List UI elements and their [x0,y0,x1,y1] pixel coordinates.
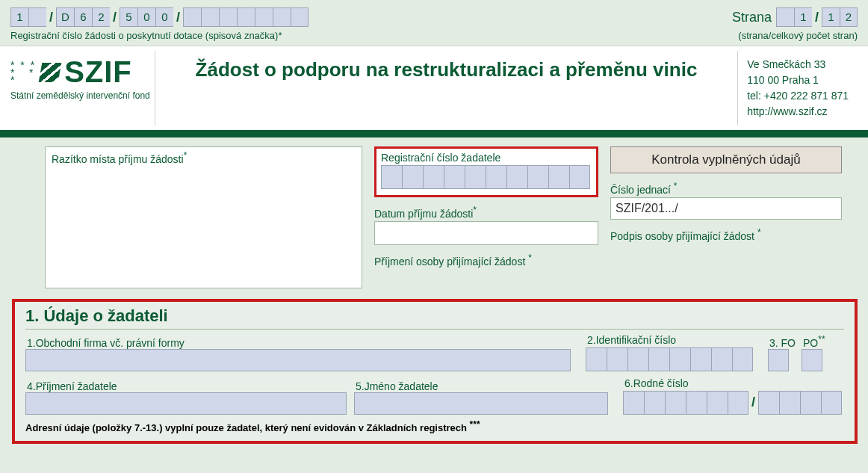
reg-cell[interactable]: D [56,7,74,27]
reg-cell[interactable]: 5 [120,7,137,27]
section-title: 1. Údaje o žadateli [25,306,844,330]
reg-cell[interactable] [273,7,291,27]
page-sublabel: (strana/celkový počet stran) [732,30,858,41]
separator: / [176,10,180,25]
fo-checkbox[interactable] [768,349,789,371]
reg-cell[interactable]: 1 [10,7,28,27]
reg-cell[interactable]: 0 [137,7,155,27]
f4-label: 4.Příjmení žadatele [25,380,347,392]
separator: / [49,10,53,25]
receiver-surname-label: Příjmení osoby přijímající žádost [374,255,525,267]
separator: / [751,395,755,410]
validate-button[interactable]: Kontrola vyplněných údajů [610,146,842,173]
separator: / [815,10,819,25]
date-input[interactable] [374,221,598,245]
refno-label: Číslo jednací [610,184,671,196]
f2-label: 2.Identifikační číslo [586,334,753,346]
registration-number-group: 1 / D 6 2 / 5 0 0 / [10,7,309,27]
separator: / [113,10,117,25]
contact-address: Ve Smečkách 33 110 00 Praha 1 tel: +420 … [738,51,858,126]
stamp-box: Razítko místa příjmu žádosti* [45,146,362,288]
f5-label: 5.Jméno žadatele [354,380,608,392]
reg-cell[interactable] [28,7,46,27]
logo-text: SZIF [64,55,132,89]
reg-cell[interactable] [183,7,201,27]
firstname-input[interactable] [354,392,608,415]
szif-wedge-icon [39,63,62,82]
f6-label: 6.Rodné číslo [623,377,842,389]
page-cell[interactable] [776,7,794,27]
refno-input[interactable]: SZIF/201.../ [610,197,842,220]
stamp-label: Razítko místa příjmu žádosti [52,153,184,165]
f3-label: 3. FO [768,337,797,349]
registration-number-label: Registrační číslo žádosti o poskytnutí d… [10,27,309,41]
address-note: Adresní údaje (položky 7.-13.) vyplní po… [25,422,467,433]
f3b-label: PO [803,337,818,349]
page-label: Strana [732,10,772,25]
applicant-regno-cells[interactable] [381,165,592,189]
logo-subtitle: Státní zemědělský intervenční fond [10,89,150,101]
reg-cell[interactable] [201,7,219,27]
page-cell[interactable]: 1 [822,7,840,27]
page-title: Žádost o podporu na restrukturalizaci a … [155,51,738,126]
reg-cell[interactable]: 2 [92,7,110,27]
szif-logo: * * ** ** SZIF Státní zemědělský interve… [10,51,155,126]
applicant-regno-box: Registrační číslo žadatele [374,146,598,197]
company-name-input[interactable] [25,349,571,371]
reg-cell[interactable] [255,7,273,27]
applicant-regno-label: Registrační číslo žadatele [381,152,592,164]
page-cell[interactable]: 2 [840,7,858,27]
surname-input[interactable] [25,392,347,415]
reg-cell[interactable]: 6 [74,7,92,27]
reg-cell[interactable] [219,7,237,27]
po-checkbox[interactable] [802,349,822,371]
signature-label: Podpis osoby přijímající žádost [610,229,754,241]
page-cell[interactable]: 1 [794,7,812,27]
applicant-details-section: 1. Údaje o žadateli 1.Obchodní firma vč.… [12,299,858,444]
reg-cell[interactable] [291,7,309,27]
reg-cell[interactable] [237,7,255,27]
f1-label: 1.Obchodní firma vč. právní formy [25,337,571,349]
reg-cell[interactable]: 0 [155,7,173,27]
date-label: Datum příjmu žádosti [374,208,473,220]
